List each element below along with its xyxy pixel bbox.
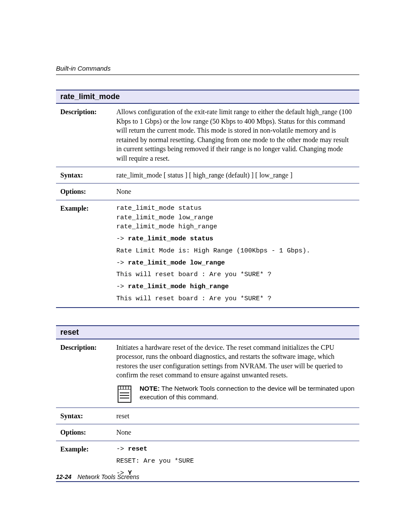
- table-row: Description: Initiates a hardware reset …: [56, 339, 359, 408]
- command-title: rate_limit_mode: [60, 92, 120, 101]
- example-line: rate_limit_mode status: [116, 204, 355, 213]
- example-output: RESET: Are you *SURE: [116, 457, 355, 466]
- example-command: rate_limit_mode low_range: [128, 259, 225, 267]
- footer-title: Network Tools Screens: [78, 473, 139, 480]
- note-label: NOTE:: [140, 385, 160, 392]
- table-row: Syntax: rate_limit_mode [ status ] [ hig…: [56, 167, 359, 184]
- prompt: ->: [116, 259, 128, 267]
- command-table: Description: Initiates a hardware reset …: [56, 339, 359, 482]
- command-block-reset: reset Description: Initiates a hardware …: [56, 325, 359, 482]
- command-title-row: rate_limit_mode: [56, 90, 359, 104]
- row-label-options: Options:: [56, 184, 112, 200]
- running-header: Built-in Commands: [56, 65, 359, 75]
- example-command: rate_limit_mode high_range: [128, 283, 229, 290]
- row-value-description: Initiates a hardware reset of the device…: [112, 339, 359, 408]
- example-line: -> rate_limit_mode high_range: [116, 282, 355, 292]
- row-value-options: None: [112, 184, 359, 200]
- page-number: 12-24: [56, 473, 72, 480]
- row-label-syntax: Syntax:: [56, 408, 112, 424]
- row-label-syntax: Syntax:: [56, 167, 112, 184]
- command-table: Description: Allows configuration of the…: [56, 104, 359, 308]
- table-row: Example: rate_limit_mode status rate_lim…: [56, 200, 359, 307]
- example-command: reset: [128, 445, 147, 453]
- row-value-options: None: [112, 424, 359, 441]
- row-label-options: Options:: [56, 424, 112, 441]
- row-value-example: -> reset RESET: Are you *SURE -> Y: [112, 441, 359, 482]
- page: Built-in Commands rate_limit_mode Descri…: [0, 0, 411, 532]
- page-footer: 12-24Network Tools Screens: [56, 473, 139, 480]
- prompt: ->: [116, 235, 128, 243]
- example-line: -> rate_limit_mode low_range: [116, 258, 355, 268]
- row-label-description: Description:: [56, 339, 112, 408]
- row-value-syntax: reset: [112, 408, 359, 424]
- row-value-description: Allows configuration of the exit-rate li…: [112, 104, 359, 167]
- description-text: Initiates a hardware reset of the device…: [116, 343, 355, 380]
- example-line: -> Y: [116, 469, 355, 478]
- note-text: NOTE: The Network Tools connection to th…: [140, 384, 355, 402]
- example-output: Rate Limit Mode is: High Range (100Kbps …: [116, 246, 355, 256]
- example-output: This will reset board : Are you *SURE* ?: [116, 270, 355, 280]
- table-row: Syntax: reset: [56, 408, 359, 424]
- note-icon: [116, 385, 134, 404]
- command-block-rate-limit-mode: rate_limit_mode Description: Allows conf…: [56, 90, 359, 308]
- row-label-description: Description:: [56, 104, 112, 167]
- svg-rect-0: [118, 386, 131, 402]
- table-row: Options: None: [56, 184, 359, 200]
- example-output: This will reset board : Are you *SURE* ?: [116, 294, 355, 304]
- command-title-row: reset: [56, 325, 359, 339]
- row-value-syntax: rate_limit_mode [ status ] [ high_range …: [112, 167, 359, 184]
- note-box: NOTE: The Network Tools connection to th…: [116, 384, 355, 404]
- note-body: The Network Tools connection to the devi…: [140, 385, 355, 401]
- table-row: Description: Allows configuration of the…: [56, 104, 359, 167]
- row-value-example: rate_limit_mode status rate_limit_mode l…: [112, 200, 359, 307]
- example-line: rate_limit_mode low_range: [116, 213, 355, 223]
- example-line: rate_limit_mode high_range: [116, 222, 355, 232]
- prompt: ->: [116, 283, 128, 290]
- prompt: ->: [116, 445, 128, 453]
- example-command: rate_limit_mode status: [128, 235, 213, 243]
- command-title: reset: [60, 328, 79, 336]
- table-row: Options: None: [56, 424, 359, 441]
- example-line: -> reset: [116, 445, 355, 454]
- row-label-example: Example:: [56, 200, 112, 307]
- example-line: -> rate_limit_mode status: [116, 234, 355, 244]
